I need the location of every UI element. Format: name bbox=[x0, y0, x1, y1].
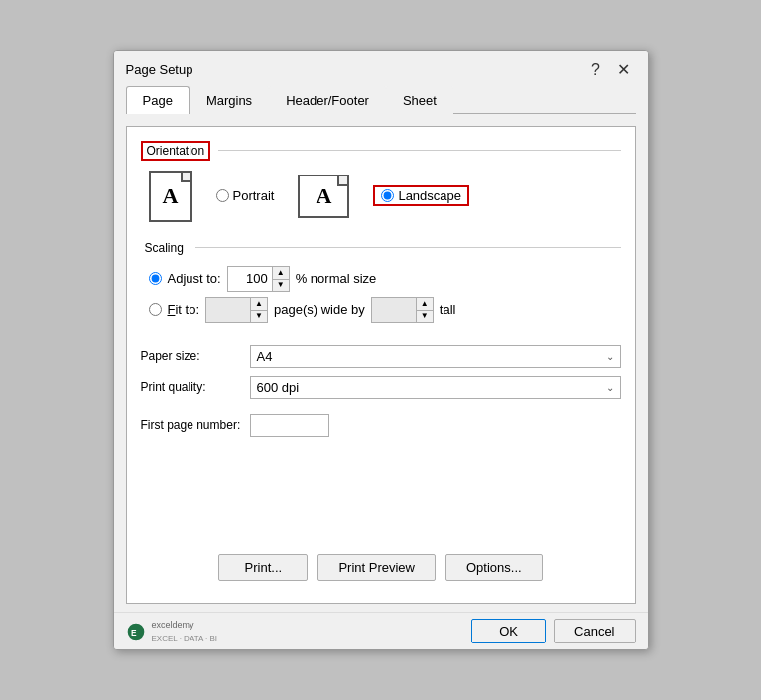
fit-tall-spin-up[interactable]: ▲ bbox=[417, 298, 433, 310]
brand-text: exceldemyEXCEL · DATA · BI bbox=[152, 619, 218, 643]
adjust-label[interactable]: Adjust to: bbox=[168, 271, 221, 286]
adjust-radio[interactable] bbox=[149, 272, 162, 285]
portrait-radio-label[interactable]: Portrait bbox=[233, 188, 275, 203]
paper-size-value: A4 bbox=[257, 349, 273, 364]
fit-wide-spin-up[interactable]: ▲ bbox=[251, 298, 267, 310]
adjust-spinner: 100 ▲ ▼ bbox=[227, 266, 290, 292]
paper-size-row: Paper size: A4 ⌄ bbox=[141, 345, 621, 368]
print-preview-button[interactable]: Print Preview bbox=[317, 554, 436, 581]
tab-page[interactable]: Page bbox=[126, 86, 190, 114]
print-quality-value: 600 dpi bbox=[257, 380, 300, 395]
orientation-label: Orientation bbox=[141, 141, 211, 161]
first-page-label: First page number: bbox=[141, 418, 250, 432]
cancel-button[interactable]: Cancel bbox=[554, 619, 635, 643]
fit-tall-unit: tall bbox=[440, 302, 456, 317]
landscape-icon: A bbox=[298, 175, 349, 218]
first-page-input[interactable]: Auto bbox=[250, 414, 329, 437]
print-quality-arrow: ⌄ bbox=[606, 382, 614, 393]
title-controls: ? ✕ bbox=[584, 58, 636, 82]
landscape-radio-label[interactable]: Landscape bbox=[398, 188, 461, 203]
brand-logo-icon: E bbox=[126, 622, 146, 642]
title-bar: Page Setup ? ✕ bbox=[114, 51, 648, 86]
fit-wide-spin-down[interactable]: ▼ bbox=[251, 310, 267, 322]
fit-to-row: Fit to: ▲ ▼ page(s) wide by ▲ ▼ ta bbox=[149, 297, 621, 323]
tab-header-footer[interactable]: Header/Footer bbox=[269, 86, 386, 114]
portrait-icon: A bbox=[149, 171, 192, 222]
close-button[interactable]: ✕ bbox=[612, 58, 636, 82]
fit-tall-input[interactable] bbox=[372, 298, 416, 322]
help-button[interactable]: ? bbox=[584, 58, 608, 82]
fit-label[interactable]: Fit to: bbox=[168, 302, 200, 317]
adjust-input[interactable]: 100 bbox=[228, 267, 272, 291]
tabs-bar: Page Margins Header/Footer Sheet bbox=[126, 86, 636, 114]
scaling-section-header: Scaling bbox=[141, 240, 621, 256]
action-buttons: Print... Print Preview Options... bbox=[141, 544, 621, 589]
fit-wide-spinner: ▲ ▼ bbox=[205, 297, 268, 323]
print-button[interactable]: Print... bbox=[218, 554, 308, 581]
scaling-label: Scaling bbox=[141, 240, 188, 256]
paper-size-arrow: ⌄ bbox=[606, 351, 614, 362]
dialog-footer: E exceldemyEXCEL · DATA · BI OK Cancel bbox=[114, 612, 648, 649]
first-page-row: First page number: Auto bbox=[141, 414, 621, 437]
options-button[interactable]: Options... bbox=[445, 554, 543, 581]
fit-wide-unit: page(s) wide by bbox=[274, 302, 365, 317]
adjust-spin-down[interactable]: ▼ bbox=[273, 279, 289, 291]
paper-size-select[interactable]: A4 ⌄ bbox=[250, 345, 621, 368]
portrait-radio-group: Portrait bbox=[216, 188, 275, 203]
landscape-icon-corner bbox=[337, 176, 347, 186]
tab-sheet[interactable]: Sheet bbox=[386, 86, 453, 114]
print-quality-label: Print quality: bbox=[141, 380, 250, 394]
scaling-divider-line bbox=[195, 247, 621, 248]
portrait-radio[interactable] bbox=[216, 189, 229, 202]
fit-tall-spinner: ▲ ▼ bbox=[371, 297, 434, 323]
footer-action-buttons: OK Cancel bbox=[471, 619, 635, 643]
adjust-to-row: Adjust to: 100 ▲ ▼ % normal size bbox=[149, 266, 621, 292]
page-setup-dialog: Page Setup ? ✕ Page Margins Header/Foote… bbox=[113, 50, 649, 650]
tab-margins[interactable]: Margins bbox=[190, 86, 269, 114]
fit-tall-spin-down[interactable]: ▼ bbox=[417, 310, 433, 322]
brand: E exceldemyEXCEL · DATA · BI bbox=[126, 619, 218, 643]
print-quality-select[interactable]: 600 dpi ⌄ bbox=[250, 376, 621, 399]
ok-button[interactable]: OK bbox=[471, 619, 546, 643]
dialog-title: Page Setup bbox=[126, 62, 193, 77]
landscape-radio[interactable] bbox=[381, 189, 394, 202]
orientation-options: A Portrait A Landscape bbox=[149, 171, 621, 222]
adjust-spin-up[interactable]: ▲ bbox=[273, 267, 289, 279]
landscape-letter: A bbox=[316, 183, 331, 209]
fit-wide-input[interactable] bbox=[206, 298, 250, 322]
dialog-body: Page Margins Header/Footer Sheet Orienta… bbox=[114, 86, 648, 612]
print-quality-row: Print quality: 600 dpi ⌄ bbox=[141, 376, 621, 399]
fit-radio[interactable] bbox=[149, 303, 162, 316]
fit-wide-spin-buttons: ▲ ▼ bbox=[250, 298, 267, 322]
fit-tall-spin-buttons: ▲ ▼ bbox=[416, 298, 433, 322]
adjust-unit-label: % normal size bbox=[296, 271, 377, 286]
orientation-section-header: Orientation bbox=[141, 141, 621, 161]
orientation-divider-line bbox=[218, 150, 620, 151]
paper-size-label: Paper size: bbox=[141, 349, 250, 363]
portrait-icon-corner bbox=[181, 173, 190, 182]
adjust-spin-buttons: ▲ ▼ bbox=[272, 267, 289, 291]
portrait-letter: A bbox=[163, 183, 179, 209]
landscape-radio-selected: Landscape bbox=[373, 185, 469, 206]
tab-content-page: Orientation A Portrait A bbox=[126, 126, 636, 604]
svg-text:E: E bbox=[131, 628, 137, 638]
